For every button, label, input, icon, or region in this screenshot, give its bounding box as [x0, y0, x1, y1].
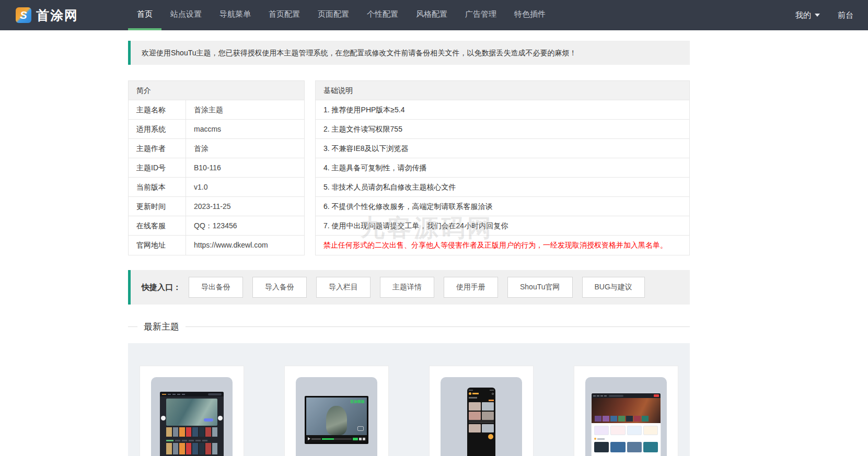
latest-themes-divider: 最新主题 [128, 321, 690, 333]
theme-card-desktop-dark[interactable] [140, 366, 244, 456]
nav-item-home-config[interactable]: 首页配置 [260, 0, 309, 30]
import-backup-button[interactable]: 导入备份 [252, 277, 307, 298]
nav-item-ad-management[interactable]: 广告管理 [456, 0, 505, 30]
nav-item-featured-plugins[interactable]: 特色插件 [505, 0, 554, 30]
nav-item-page-config[interactable]: 页面配置 [309, 0, 358, 30]
theme-id-value: B10-116 [186, 158, 221, 177]
support-qq-value: QQ：123456 [186, 216, 237, 235]
nav-item-nav-menu[interactable]: 导航菜单 [211, 0, 260, 30]
theme-thumbnail [151, 377, 233, 456]
table-row: 主题名称 首涂主题 [129, 100, 304, 120]
import-category-button[interactable]: 导入栏目 [316, 277, 371, 298]
official-site-button[interactable]: ShouTu官网 [507, 277, 573, 298]
desktop-light-preview-image [591, 393, 661, 456]
player-preview-image: 首涂模板 [305, 396, 368, 444]
latest-themes-section: 首涂模板 [128, 343, 690, 456]
instruction-item: 4. 主题具备可复制性，请勿传播 [316, 158, 689, 178]
theme-thumbnail [585, 377, 667, 456]
instruction-item: 1. 推荐使用PHP版本≥5.4 [316, 100, 689, 120]
section-title: 最新主题 [144, 321, 179, 333]
nav-item-site-settings[interactable]: 站点设置 [161, 0, 211, 30]
nav-item-personal-config[interactable]: 个性配置 [358, 0, 407, 30]
version-value: v1.0 [186, 178, 207, 196]
nav-item-style-config[interactable]: 风格配置 [407, 0, 456, 30]
table-row: 在线客服 QQ：123456 [129, 216, 304, 236]
play-button-icon [357, 426, 364, 431]
quick-entry-label: 快捷入口： [142, 283, 181, 293]
player-brand-label: 首涂模板 [350, 399, 365, 404]
instruction-item: 2. 主题文件读写权限755 [316, 120, 689, 139]
chevron-down-icon [815, 14, 820, 17]
instructions-table-title: 基础说明 [316, 81, 689, 100]
table-row: 当前版本 v1.0 [129, 178, 304, 197]
instructions-table: 基础说明 1. 推荐使用PHP版本≥5.4 2. 主题文件读写权限755 3. … [315, 80, 690, 255]
bug-suggest-button[interactable]: BUG与建议 [582, 277, 645, 298]
theme-card-desktop-light[interactable] [574, 366, 678, 456]
export-backup-button[interactable]: 导出备份 [189, 277, 243, 298]
user-menu-label: 我的 [795, 10, 811, 20]
theme-name-value: 首涂主题 [186, 100, 223, 119]
manual-button[interactable]: 使用手册 [444, 277, 498, 298]
theme-thumbnail: 首涂模板 [296, 377, 377, 456]
theme-thumbnail [441, 377, 522, 456]
table-row: 主题ID号 B10-116 [129, 158, 304, 178]
instruction-item: 5. 非技术人员请勿私自修改主题核心文件 [316, 178, 689, 197]
system-value: maccms [186, 120, 221, 138]
play-icon [308, 437, 310, 440]
instruction-item: 3. 不兼容IE8及以下浏览器 [316, 139, 689, 158]
frontend-link[interactable]: 前台 [838, 10, 853, 20]
user-menu[interactable]: 我的 [795, 10, 820, 20]
logo-icon: S [16, 7, 31, 23]
theme-detail-button[interactable]: 主题详情 [380, 277, 434, 298]
top-navbar: S 首涂网 首页 站点设置 导航菜单 首页配置 页面配置 个性配置 风格配置 广… [0, 0, 868, 30]
intro-table: 简介 主题名称 首涂主题 适用系统 maccms 主题作者 首涂 主题ID号 B… [128, 80, 305, 255]
author-value: 首涂 [186, 139, 209, 158]
update-time-value: 2023-11-25 [186, 197, 231, 216]
desktop-dark-preview-image [160, 392, 224, 456]
nav-item-home[interactable]: 首页 [128, 0, 161, 30]
table-row: 官网地址 https://www.dkewl.com [129, 236, 304, 255]
warning-text: 禁止任何形式的二次出售、分享他人等侵害作者及正版用户的行为，一经发现取消授权资格… [316, 236, 689, 255]
intro-table-title: 简介 [129, 81, 304, 100]
theme-card-player[interactable]: 首涂模板 [284, 366, 389, 456]
table-row: 主题作者 首涂 [129, 139, 304, 158]
mobile-preview-image [467, 388, 495, 456]
welcome-banner: 欢迎使用ShouTu主题，您已获得授权使用本主题管理系统，在您配置或修改文件前请… [128, 41, 690, 65]
quick-entry-bar: 快捷入口： 导出备份 导入备份 导入栏目 主题详情 使用手册 ShouTu官网 … [128, 270, 690, 305]
theme-card-mobile[interactable] [429, 366, 534, 456]
logo-text: 首涂网 [36, 7, 78, 24]
instruction-item: 7. 使用中出现问题请提交工单，我们会在24小时内回复你 [316, 216, 689, 236]
website-url: https://www.dkewl.com [186, 236, 268, 255]
instruction-item: 6. 不提供个性化修改服务，高端定制请联系客服洽谈 [316, 197, 689, 216]
site-logo[interactable]: S 首涂网 [16, 0, 78, 30]
main-nav: 首页 站点设置 导航菜单 首页配置 页面配置 个性配置 风格配置 广告管理 特色… [128, 0, 868, 30]
table-row: 更新时间 2023-11-25 [129, 197, 304, 216]
table-row: 适用系统 maccms [129, 120, 304, 139]
